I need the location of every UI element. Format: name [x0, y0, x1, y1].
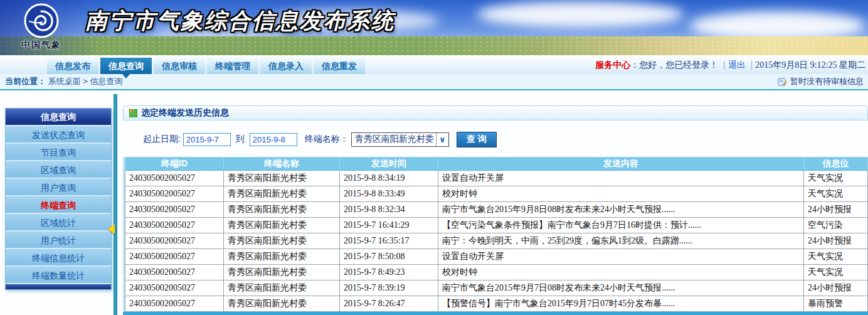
table-header-row: 终端ID 终端名称 发送时间 发送内容 信息位 — [125, 158, 868, 171]
nav-tab[interactable]: 信息查询 — [100, 58, 152, 74]
nav-tab[interactable]: 信息审核 — [154, 58, 205, 74]
table-row[interactable]: 240305002005027 青秀区南阳新光村委 2015-9-7 16:35… — [125, 233, 868, 249]
cell-terminal-id: 240305002005027 — [125, 296, 224, 312]
table-row[interactable]: 240305002005027 青秀区南阳新光村委 2015-9-7 16:41… — [125, 218, 868, 233]
separator: | — [723, 60, 726, 70]
nav-tab[interactable]: 终端管理 — [207, 58, 258, 74]
table-row[interactable]: 240305002005027 青秀区南阳新光村委 2015-9-8 8:34:… — [125, 171, 868, 186]
cell-terminal-name: 青秀区南阳新光村委 — [224, 218, 340, 233]
cell-send-time: 2015-9-7 16:41:29 — [340, 218, 438, 233]
cell-info-type: 天气实况 — [804, 171, 868, 186]
cell-info-type: 天气实况 — [804, 265, 868, 280]
sidebar-header: 信息查询 — [6, 109, 111, 125]
cell-send-time: 2015-9-7 8:50:08 — [340, 249, 438, 265]
table-row[interactable]: 240305002005027 青秀区南阳新光村委 2015-9-8 8:33:… — [125, 186, 868, 202]
nav-tab[interactable]: 信息重发 — [314, 58, 365, 74]
date-to-input[interactable] — [250, 133, 297, 146]
cell-info-type: 24小时预报 — [804, 233, 868, 249]
col-terminal-id: 终端ID — [125, 158, 224, 171]
cell-terminal-name: 青秀区南阳新光村委 — [224, 202, 340, 218]
cell-send-content: 南宁市气象台2015年9月7日08时发布未来24小时天气预报...... — [438, 280, 804, 296]
service-center-label: 服务中心 — [595, 60, 630, 70]
cell-send-content: 设置自动开关屏 — [438, 171, 804, 186]
query-form: 起止日期: 到 终端名称： 青秀区南阳新光村委 ∨ 查 询 — [143, 131, 868, 147]
sidebar-item[interactable]: 用户查询 — [6, 178, 111, 195]
cell-send-content: 设置自动开关屏 — [438, 249, 804, 265]
terminal-select-value: 青秀区南阳新光村委 — [352, 134, 436, 145]
cell-info-type: 天气实况 — [804, 249, 868, 265]
sidebar-item[interactable]: 终端数量统计 — [6, 265, 111, 283]
cell-terminal-id: 240305002005027 — [125, 202, 224, 218]
logout-link[interactable]: 退出 — [728, 60, 746, 70]
col-send-time: 发送时间 — [340, 158, 438, 171]
pending-review-icon — [778, 77, 787, 87]
table-body: 240305002005027 青秀区南阳新光村委 2015-9-8 8:34:… — [125, 171, 868, 312]
grass-field-decoration — [0, 36, 868, 55]
sidebar-item[interactable]: 区域统计 — [6, 213, 111, 230]
panel-title: 选定终端发送历史信息 — [141, 107, 229, 119]
sidebar-item[interactable]: 终端信息统计 — [6, 248, 111, 265]
login-greeting: ：您好，您已经登录！ — [630, 60, 718, 70]
cell-terminal-id: 240305002005027 — [125, 218, 224, 233]
cell-send-time: 2015-9-7 8:49:23 — [340, 265, 438, 280]
col-send-content: 发送内容 — [438, 158, 804, 171]
table-row[interactable]: 240305002005027 青秀区南阳新光村委 2015-9-7 8:50:… — [125, 249, 868, 265]
grid-icon — [129, 109, 137, 117]
service-center-bar: 服务中心：您好，您已经登录！ |退出 |2015年9月8日 9:12:25 星期… — [595, 55, 865, 74]
nav-tab[interactable]: 信息录入 — [260, 58, 312, 74]
sidebar-item[interactable]: 发送状态查询 — [6, 125, 111, 142]
cell-send-content: 校对时钟 — [438, 186, 804, 202]
cell-send-time: 2015-9-8 8:32:34 — [340, 202, 438, 218]
cell-send-time: 2015-9-7 8:39:19 — [340, 280, 438, 296]
table-row[interactable]: 240305002005027 青秀区南阳新光村委 2015-9-8 8:32:… — [125, 202, 868, 218]
cell-info-type: 天气实况 — [804, 186, 868, 202]
date-range-label: 起止日期: — [143, 134, 181, 145]
separator: | — [751, 60, 753, 70]
cell-terminal-name: 青秀区南阳新光村委 — [224, 265, 340, 280]
cell-info-type: 24小时预报 — [804, 202, 868, 218]
sidebar-item[interactable]: 节目查询 — [6, 142, 111, 160]
cma-logo-icon — [23, 3, 60, 39]
site-title: 南宁市气象综合信息发布系统 — [85, 6, 395, 36]
collapse-arrow-icon[interactable] — [108, 224, 115, 234]
query-button[interactable]: 查 询 — [457, 132, 497, 147]
cell-terminal-id: 240305002005027 — [125, 186, 224, 202]
dropdown-arrow-icon[interactable]: ∨ — [436, 133, 448, 146]
cell-terminal-name: 青秀区南阳新光村委 — [224, 249, 340, 265]
nav-tab[interactable]: 信息发布 — [47, 58, 98, 74]
main-panel: 选定终端发送历史信息 起止日期: 到 终端名称： 青秀区南阳新光村委 ∨ 查 询 — [123, 105, 868, 312]
cell-terminal-id: 240305002005027 — [125, 249, 224, 265]
sidebar-item[interactable]: 终端查询 — [6, 195, 111, 213]
cell-send-time: 2015-9-7 16:35:17 — [340, 233, 438, 249]
table-row[interactable]: 240305002005027 青秀区南阳新光村委 2015-9-7 8:39:… — [125, 280, 868, 296]
sidebar-item[interactable]: 用户统计 — [6, 230, 111, 248]
logo-caption: 中国气象 — [15, 40, 68, 51]
col-info-type: 信息位 — [804, 158, 868, 171]
cell-terminal-id: 240305002005027 — [125, 280, 224, 296]
nav-tabs: 信息发布 信息查询 信息审核 终端管理 信息录入 信息重发 — [47, 58, 365, 74]
cell-send-content: 【空气污染气象条件预报】南宁市气象台9月7日16时提供：预计...... — [438, 218, 804, 233]
table-row[interactable]: 240305002005027 青秀区南阳新光村委 2015-9-7 8:26:… — [125, 296, 868, 312]
cell-terminal-name: 青秀区南阳新光村委 — [224, 233, 340, 249]
cell-terminal-id: 240305002005027 — [125, 171, 224, 186]
pending-review-notice: 暂时没有待审核信息 — [778, 74, 864, 89]
cell-terminal-name: 青秀区南阳新光村委 — [224, 171, 340, 186]
cell-info-type: 暴雨预警 — [804, 296, 868, 312]
breadcrumb-current: 信息查询 — [90, 77, 122, 86]
cell-terminal-name: 青秀区南阳新光村委 — [224, 280, 340, 296]
cell-terminal-name: 青秀区南阳新光村委 — [224, 296, 340, 312]
sidebar-item[interactable]: 区域查询 — [6, 160, 111, 178]
cell-terminal-name: 青秀区南阳新光村委 — [224, 186, 340, 202]
sidebar-splitter[interactable] — [114, 94, 117, 315]
date-from-input[interactable] — [183, 133, 231, 146]
breadcrumb-bar: 当前位置： 系统桌面 > 信息查询 暂时没有待审核信息 — [0, 74, 868, 90]
breadcrumb-separator: > — [83, 77, 88, 86]
cloud-decoration — [477, 1, 684, 28]
terminal-select[interactable]: 青秀区南阳新光村委 ∨ — [351, 132, 449, 147]
table-row[interactable]: 240305002005027 青秀区南阳新光村委 2015-9-7 8:49:… — [125, 265, 868, 280]
col-terminal-name: 终端名称 — [224, 158, 340, 171]
cell-send-content: 南宁市气象台2015年9月8日08时发布未来24小时天气预报...... — [438, 202, 804, 218]
cell-send-time: 2015-9-8 8:34:19 — [340, 171, 438, 186]
breadcrumb-path[interactable]: 系统桌面 — [48, 77, 81, 86]
cell-info-type: 空气污染 — [804, 218, 868, 233]
